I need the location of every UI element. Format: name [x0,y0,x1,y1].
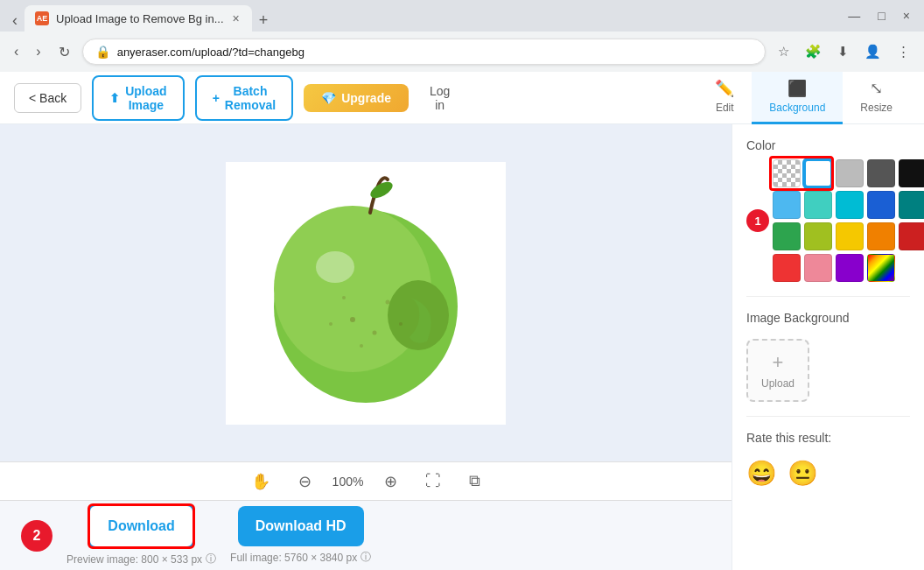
swatch-blue-light[interactable] [773,191,801,219]
bookmark-button[interactable]: ☆ [773,41,794,62]
divider2 [746,416,910,417]
address-text: anyeraser.com/upload/?td=changebg [117,46,752,59]
tab-scroll-prev[interactable]: ‹ [7,10,23,32]
rate-happy-emoji[interactable]: 😄 [746,459,777,488]
svg-point-11 [329,322,332,326]
step1-badge: 1 [746,209,769,232]
hand-tool-button[interactable]: ✋ [244,468,277,495]
preview-info: Preview image: 800 × 533 px ⓘ [66,552,216,566]
swatch-gray[interactable] [867,159,895,187]
swatch-teal-light[interactable] [804,191,832,219]
swatch-pink[interactable] [804,254,832,282]
swatch-yellow-green[interactable] [804,222,832,250]
edit-icon: ✏️ [715,79,734,98]
zoom-out-button[interactable]: ⊖ [291,468,318,495]
zoom-in-button[interactable]: ⊕ [377,468,404,495]
extensions-button[interactable]: 🧩 [800,41,827,62]
tab-edit[interactable]: ✏️ Edit [697,72,752,124]
rate-neutral-emoji[interactable]: 😐 [788,459,818,488]
secure-icon: 🔒 [95,45,110,59]
color-grid [773,159,924,282]
color-label: Color [746,138,910,152]
info-icon: ⓘ [206,552,216,566]
login-button[interactable]: Login [419,77,460,119]
window-controls: — □ × [841,5,917,26]
swatch-purple[interactable] [836,254,864,282]
tab-background[interactable]: ⬛ Background [752,72,843,124]
svg-point-10 [360,344,363,348]
title-bar: ‹ AE Upload Image to Remove Bg in... × +… [0,0,924,32]
color-section: Color 1 [746,138,910,282]
svg-point-5 [316,251,354,283]
upload-plus-icon: + [773,351,784,374]
main-content: ✋ ⊖ 100% ⊕ ⛶ ⧉ 2 Download Preview image:… [0,124,924,570]
minimize-button[interactable]: — [841,5,867,26]
tab-favicon: AE [35,11,49,25]
upload-icon: ⬆ [109,91,120,105]
image-background-section: Image Background + Upload [746,311,910,402]
download-label: Download [108,518,174,533]
address-bar[interactable]: 🔒 anyeraser.com/upload/?td=changebg [82,39,766,65]
refresh-button[interactable]: ↻ [53,40,75,64]
upload-image-button[interactable]: ⬆ UploadImage [92,75,184,121]
upgrade-button[interactable]: 💎 Upgrade [304,84,409,112]
swatch-white[interactable] [804,159,832,187]
canvas-wrapper[interactable] [0,124,732,461]
swatch-black[interactable] [899,159,924,187]
swatch-cyan[interactable] [836,191,864,219]
batch-removal-button[interactable]: + BatchRemoval [195,75,294,121]
back-nav-button[interactable]: ‹ [9,40,24,63]
swatch-blue[interactable] [867,191,895,219]
maximize-button[interactable]: □ [871,5,892,26]
svg-point-9 [386,299,390,304]
rate-label: Rate this result: [746,431,910,445]
canvas-controls: ✋ ⊖ 100% ⊕ ⛶ ⧉ [0,461,732,500]
swatch-yellow[interactable] [836,222,864,250]
swatch-transparent[interactable] [773,159,801,187]
forward-nav-button[interactable]: › [31,40,46,63]
browser-actions: ☆ 🧩 ⬇ 👤 ⋮ [773,41,915,62]
download-column: Download Preview image: 800 × 533 px ⓘ [66,504,216,566]
fullscreen-button[interactable]: ⛶ [418,468,448,494]
canvas-image [226,162,506,425]
zoom-level: 100% [332,475,364,489]
download-browser-button[interactable]: ⬇ [832,41,854,62]
profile-button[interactable]: 👤 [859,41,886,62]
tab-close-button[interactable]: × [231,11,242,25]
download-button[interactable]: Download [88,504,193,548]
active-tab[interactable]: AE Upload Image to Remove Bg in... × [24,5,252,32]
split-view-button[interactable]: ⧉ [462,468,487,494]
address-bar-row: ‹ › ↻ 🔒 anyeraser.com/upload/?td=changeb… [0,32,924,72]
swatch-red[interactable] [773,254,801,282]
swatch-teal[interactable] [899,191,924,219]
swatch-container [773,159,924,282]
swatch-orange[interactable] [867,222,895,250]
swatch-rainbow[interactable] [867,254,895,282]
tab-resize[interactable]: ⤡ Resize [843,72,910,124]
svg-point-8 [342,296,346,299]
download-hd-column: Download HD Full image: 5760 × 3840 px ⓘ [230,506,371,565]
back-button[interactable]: < Back [14,83,81,113]
tab-list: ‹ AE Upload Image to Remove Bg in... × + [7,0,273,32]
canvas-area: ✋ ⊖ 100% ⊕ ⛶ ⧉ 2 Download Preview image:… [0,124,732,570]
upload-bg-button[interactable]: + Upload [746,339,809,402]
download-hd-button[interactable]: Download HD [238,506,364,546]
resize-icon: ⤡ [870,79,883,98]
new-tab-button[interactable]: + [254,10,274,32]
svg-point-6 [350,317,355,322]
upgrade-icon: 💎 [321,91,336,105]
menu-button[interactable]: ⋮ [892,41,915,62]
rate-emojis: 😄 😐 [746,459,910,488]
rate-section: Rate this result: 😄 😐 [746,431,910,488]
full-info-icon: ⓘ [360,550,371,565]
svg-point-7 [373,330,377,334]
swatch-green[interactable] [773,222,801,250]
browser-chrome: ‹ AE Upload Image to Remove Bg in... × +… [0,0,924,72]
close-button[interactable]: × [896,5,917,26]
swatch-lightgray[interactable] [836,159,864,187]
bottom-bar: 2 Download Preview image: 800 × 533 px ⓘ… [0,500,732,570]
resize-tab-label: Resize [860,102,892,114]
batch-label: BatchRemoval [225,84,276,112]
background-icon: ⬛ [788,79,807,98]
swatch-red-dark[interactable] [899,222,924,250]
